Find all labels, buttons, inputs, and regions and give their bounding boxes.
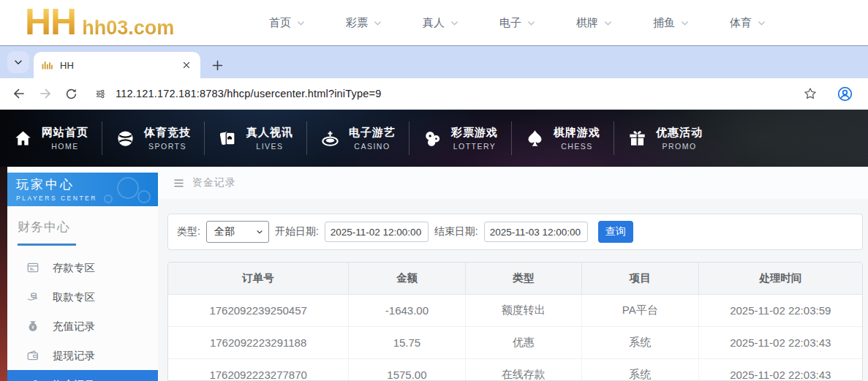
top-menu-item[interactable]: 体育 bbox=[730, 16, 767, 30]
game-nav-label-en: PROMO bbox=[656, 142, 703, 151]
sidebar-item[interactable]: 提现记录 bbox=[7, 341, 158, 370]
chevron-down-icon bbox=[449, 18, 460, 29]
profile-avatar-icon[interactable] bbox=[837, 86, 853, 102]
cell-project: 系统 bbox=[582, 359, 698, 381]
game-nav-label-zh: 真人视讯 bbox=[246, 126, 293, 140]
table-header-row: 订单号金额类型项目处理时间 bbox=[168, 263, 862, 295]
game-nav-label-zh: 棋牌游戏 bbox=[554, 126, 600, 140]
sidebar-item[interactable]: 取款专区 bbox=[7, 282, 158, 312]
breadcrumb-label: 资金记录 bbox=[192, 176, 236, 189]
chevron-down-icon bbox=[756, 18, 767, 29]
bookmark-star-icon[interactable] bbox=[803, 86, 818, 101]
chess-spade-icon bbox=[525, 129, 545, 148]
funds-table: 订单号金额类型项目处理时间 1762092239250457 -1643.00 … bbox=[168, 263, 862, 381]
cell-time: 2025-11-02 22:03:43 bbox=[698, 359, 862, 381]
favicon-bars-icon bbox=[41, 59, 53, 72]
game-nav-label-en: CHESS bbox=[554, 142, 600, 151]
end-date-label: 结束日期: bbox=[434, 225, 478, 238]
game-nav-item[interactable]: 棋牌游戏 CHESS bbox=[511, 121, 614, 155]
sidebar-header: 玩家中心 PLAYERS CENTER bbox=[7, 173, 158, 206]
game-nav-label-zh: 网站首页 bbox=[42, 126, 88, 140]
top-menu-item[interactable]: 棋牌 bbox=[576, 16, 614, 30]
game-nav-label-zh: 优惠活动 bbox=[656, 126, 703, 140]
cell-order-id: 1762092223277870 bbox=[168, 359, 349, 381]
table-row: 1762092239250457 -1643.00 额度转出 PA平台 2025… bbox=[168, 295, 862, 327]
chevron-down-icon bbox=[526, 18, 537, 29]
browser-tab[interactable]: HH bbox=[34, 52, 200, 78]
new-tab-button[interactable] bbox=[211, 59, 224, 72]
type-select-value: 全部 bbox=[214, 225, 235, 238]
table-header-cell: 项目 bbox=[582, 263, 698, 295]
cell-amount: -1643.00 bbox=[349, 295, 465, 327]
funds-table-card: 订单号金额类型项目处理时间 1762092239250457 -1643.00 … bbox=[167, 262, 863, 381]
cell-project: PA平台 bbox=[582, 295, 698, 327]
browser-toolbar: 112.121.172.181:8783/hhcp/usercenter.htm… bbox=[0, 78, 868, 110]
tab-close-icon[interactable] bbox=[180, 59, 193, 72]
table-header-cell: 订单号 bbox=[168, 263, 349, 295]
top-menu-item[interactable]: 捕鱼 bbox=[653, 16, 690, 30]
game-nav: 网站首页 HOME 体育竞技 SPORTS 真人视讯 LIVES bbox=[0, 110, 868, 167]
promo-gift-icon bbox=[627, 129, 647, 148]
gamepad-deco-icon bbox=[99, 176, 151, 205]
sidebar-section-underline bbox=[18, 244, 76, 246]
home-icon bbox=[13, 129, 33, 148]
table-row: 1762092223291188 15.75 优惠 系统 2025-11-02 … bbox=[168, 327, 862, 359]
chevron-down-icon bbox=[603, 18, 614, 29]
hamburger-icon[interactable] bbox=[173, 177, 185, 189]
top-menu-item[interactable]: 彩票 bbox=[346, 16, 383, 30]
type-select[interactable]: 全部 bbox=[206, 221, 269, 243]
site-logo[interactable]: HH hh03.com bbox=[25, 1, 174, 42]
game-nav-label-en: CASINO bbox=[349, 142, 396, 151]
cell-order-id: 1762092223291188 bbox=[168, 327, 349, 359]
search-button[interactable]: 查询 bbox=[598, 221, 633, 243]
sidebar-item[interactable]: 存款专区 bbox=[7, 253, 158, 282]
game-nav-item[interactable]: 彩票游戏 LOTTERY bbox=[409, 121, 511, 155]
sidebar-item-label: 提现记录 bbox=[53, 349, 95, 363]
reload-button[interactable] bbox=[64, 87, 78, 101]
deposit-card-icon bbox=[26, 261, 39, 274]
forward-button[interactable] bbox=[38, 86, 53, 101]
table-header-cell: 金额 bbox=[349, 263, 465, 295]
game-nav-label-en: HOME bbox=[42, 142, 88, 151]
cell-time: 2025-11-02 22:03:59 bbox=[698, 295, 862, 327]
site-info-icon[interactable] bbox=[94, 88, 107, 100]
game-nav-label-en: LOTTERY bbox=[451, 142, 498, 151]
sidebar-section-label: 财务中心 bbox=[18, 219, 158, 235]
top-menu-item-label: 真人 bbox=[423, 16, 445, 30]
toolbar-right bbox=[803, 86, 853, 102]
page-background-strip bbox=[0, 167, 7, 381]
chevron-down-icon bbox=[372, 18, 383, 29]
back-button[interactable] bbox=[12, 86, 26, 101]
top-menu-item-label: 体育 bbox=[730, 16, 752, 30]
cell-amount: 15.75 bbox=[349, 327, 465, 359]
game-nav-item[interactable]: 真人视讯 LIVES bbox=[204, 121, 306, 155]
table-header-cell: 处理时间 bbox=[698, 263, 862, 295]
sidebar-item[interactable]: 充值记录 bbox=[7, 312, 158, 341]
top-menu-item-label: 彩票 bbox=[346, 16, 368, 30]
game-nav-item[interactable]: 体育竞技 SPORTS bbox=[102, 121, 204, 155]
game-nav-label-zh: 体育竞技 bbox=[144, 126, 191, 140]
chevron-down-icon bbox=[295, 18, 306, 29]
table-body: 1762092239250457 -1643.00 额度转出 PA平台 2025… bbox=[168, 295, 862, 381]
end-date-input[interactable] bbox=[484, 222, 588, 242]
sidebar-item-label: 存款专区 bbox=[53, 261, 95, 275]
tab-search-button[interactable] bbox=[7, 51, 29, 73]
top-menu-item[interactable]: 首页 bbox=[269, 16, 306, 30]
sidebar-menu: 存款专区 取款专区 充值记录 bbox=[7, 253, 158, 381]
withdraw-hand-icon bbox=[26, 290, 39, 303]
start-date-input[interactable] bbox=[325, 222, 429, 242]
sidebar-item[interactable]: 资金记录 bbox=[7, 370, 158, 381]
casino-roulette-icon bbox=[320, 129, 340, 148]
sidebar-item-label: 资金记录 bbox=[53, 378, 95, 381]
game-nav-item[interactable]: 优惠活动 PROMO bbox=[614, 121, 716, 155]
chevron-down-icon bbox=[12, 56, 24, 68]
url-bar[interactable]: 112.121.172.181:8783/hhcp/usercenter.htm… bbox=[116, 88, 381, 99]
cell-project: 系统 bbox=[582, 327, 698, 359]
top-menu-item[interactable]: 真人 bbox=[423, 16, 460, 30]
game-nav-item[interactable]: 电子游艺 CASINO bbox=[306, 121, 409, 155]
funds-note-icon bbox=[26, 378, 39, 381]
top-menu-item[interactable]: 电子 bbox=[499, 16, 537, 30]
game-nav-item[interactable]: 网站首页 HOME bbox=[0, 121, 102, 155]
cell-time: 2025-11-02 22:03:43 bbox=[698, 327, 862, 359]
page-content: 玩家中心 PLAYERS CENTER 财务中心 存款专区 取款专区 bbox=[0, 167, 868, 381]
